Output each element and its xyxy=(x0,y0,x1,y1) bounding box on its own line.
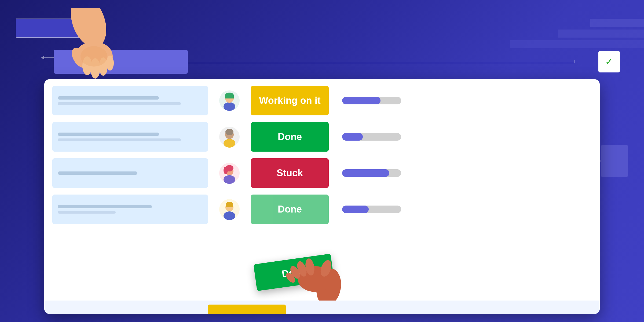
svg-point-24 xyxy=(225,129,233,135)
right-blue-block xyxy=(601,145,628,177)
hand-left-illustration xyxy=(40,8,121,83)
progress-bar-fill xyxy=(342,169,389,177)
table-row: Stuck xyxy=(52,157,592,189)
progress-cell-1 xyxy=(334,86,409,115)
progress-bar-container xyxy=(342,133,401,141)
status-badge-done[interactable]: Done xyxy=(251,122,329,152)
progress-bar-fill xyxy=(342,97,380,104)
check-box: ✓ xyxy=(598,51,620,72)
task-line xyxy=(58,138,181,141)
task-line xyxy=(58,96,159,100)
svg-rect-20 xyxy=(225,95,234,98)
svg-point-31 xyxy=(224,211,235,220)
status-label: Done xyxy=(278,131,302,142)
task-line xyxy=(58,211,116,214)
progress-cell-4 xyxy=(334,195,409,224)
avatar xyxy=(219,162,240,184)
svg-point-22 xyxy=(224,139,235,148)
avatar xyxy=(219,90,240,111)
status-label: Done xyxy=(278,204,302,215)
task-cell-4 xyxy=(52,195,208,224)
progress-bar-fill xyxy=(342,133,363,141)
table-row: Done xyxy=(52,121,592,153)
svg-point-15 xyxy=(80,46,107,67)
flow-diagram: ✓ xyxy=(0,8,644,83)
check-icon: ✓ xyxy=(605,56,613,67)
progress-cell-3 xyxy=(334,158,409,188)
status-badge-working[interactable]: Working on it xyxy=(251,86,329,115)
task-cell-2 xyxy=(52,122,208,152)
avatar-cell-1 xyxy=(213,86,246,115)
task-line xyxy=(58,102,181,105)
status-badge-stuck[interactable]: Stuck xyxy=(251,158,329,188)
task-line xyxy=(58,205,152,208)
avatar-cell-4 xyxy=(213,195,246,224)
task-line xyxy=(58,133,159,136)
main-card: Working on it xyxy=(44,79,600,314)
task-cell-1 xyxy=(52,86,208,115)
progress-bar-container xyxy=(342,169,401,177)
svg-point-26 xyxy=(224,175,235,184)
hand-right-illustration xyxy=(280,247,347,301)
progress-bar-container xyxy=(342,206,401,213)
svg-point-29 xyxy=(224,167,228,174)
table-row: Working on it xyxy=(52,85,592,117)
status-label: Working on it xyxy=(259,95,320,106)
status-badge-row4[interactable]: Done xyxy=(251,195,329,224)
svg-point-17 xyxy=(224,102,235,111)
avatar-cell-2 xyxy=(213,122,246,152)
task-line xyxy=(58,171,137,175)
progress-bar-fill xyxy=(342,206,369,213)
top-connector-line xyxy=(188,60,590,68)
svg-rect-34 xyxy=(226,204,233,207)
avatar-cell-3 xyxy=(213,158,246,188)
status-label: Stuck xyxy=(277,167,303,179)
svg-point-14 xyxy=(106,56,114,71)
progress-bar-container xyxy=(342,97,401,104)
progress-cell-2 xyxy=(334,122,409,152)
avatar xyxy=(219,126,240,148)
task-cell-3 xyxy=(52,158,208,188)
avatar xyxy=(219,199,240,220)
partial-yellow-status xyxy=(208,305,286,314)
partial-row-5 xyxy=(44,301,600,314)
table-row: Done xyxy=(52,193,592,225)
